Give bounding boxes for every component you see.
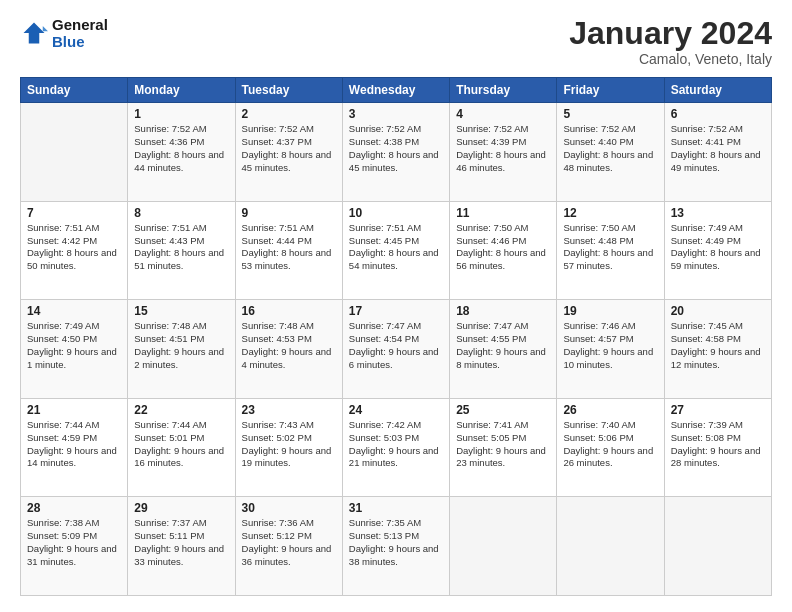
calendar-cell: [450, 497, 557, 596]
day-detail: Sunrise: 7:37 AMSunset: 5:11 PMDaylight:…: [134, 517, 224, 566]
day-number: 20: [671, 304, 765, 318]
day-detail: Sunrise: 7:44 AMSunset: 4:59 PMDaylight:…: [27, 419, 117, 468]
day-number: 21: [27, 403, 121, 417]
weekday-sunday: Sunday: [21, 78, 128, 103]
weekday-tuesday: Tuesday: [235, 78, 342, 103]
weekday-monday: Monday: [128, 78, 235, 103]
weekday-saturday: Saturday: [664, 78, 771, 103]
day-number: 9: [242, 206, 336, 220]
day-detail: Sunrise: 7:52 AMSunset: 4:40 PMDaylight:…: [563, 123, 653, 172]
calendar-cell: 25 Sunrise: 7:41 AMSunset: 5:05 PMDaylig…: [450, 398, 557, 497]
logo-general: General: [52, 16, 108, 33]
weekday-header-row: SundayMondayTuesdayWednesdayThursdayFrid…: [21, 78, 772, 103]
day-number: 5: [563, 107, 657, 121]
day-detail: Sunrise: 7:40 AMSunset: 5:06 PMDaylight:…: [563, 419, 653, 468]
week-row-1: 1 Sunrise: 7:52 AMSunset: 4:36 PMDayligh…: [21, 103, 772, 202]
logo: General Blue: [20, 16, 108, 51]
calendar-cell: 19 Sunrise: 7:46 AMSunset: 4:57 PMDaylig…: [557, 300, 664, 399]
svg-marker-0: [24, 23, 45, 44]
day-number: 10: [349, 206, 443, 220]
calendar-cell: 23 Sunrise: 7:43 AMSunset: 5:02 PMDaylig…: [235, 398, 342, 497]
day-detail: Sunrise: 7:48 AMSunset: 4:53 PMDaylight:…: [242, 320, 332, 369]
day-detail: Sunrise: 7:52 AMSunset: 4:41 PMDaylight:…: [671, 123, 761, 172]
day-number: 24: [349, 403, 443, 417]
day-number: 19: [563, 304, 657, 318]
main-title: January 2024: [569, 16, 772, 51]
day-detail: Sunrise: 7:52 AMSunset: 4:38 PMDaylight:…: [349, 123, 439, 172]
calendar-cell: 12 Sunrise: 7:50 AMSunset: 4:48 PMDaylig…: [557, 201, 664, 300]
day-detail: Sunrise: 7:38 AMSunset: 5:09 PMDaylight:…: [27, 517, 117, 566]
calendar-cell: 21 Sunrise: 7:44 AMSunset: 4:59 PMDaylig…: [21, 398, 128, 497]
day-number: 13: [671, 206, 765, 220]
day-detail: Sunrise: 7:52 AMSunset: 4:39 PMDaylight:…: [456, 123, 546, 172]
day-detail: Sunrise: 7:41 AMSunset: 5:05 PMDaylight:…: [456, 419, 546, 468]
day-detail: Sunrise: 7:51 AMSunset: 4:42 PMDaylight:…: [27, 222, 117, 271]
day-detail: Sunrise: 7:49 AMSunset: 4:50 PMDaylight:…: [27, 320, 117, 369]
day-detail: Sunrise: 7:35 AMSunset: 5:13 PMDaylight:…: [349, 517, 439, 566]
day-number: 26: [563, 403, 657, 417]
day-number: 1: [134, 107, 228, 121]
calendar-cell: 2 Sunrise: 7:52 AMSunset: 4:37 PMDayligh…: [235, 103, 342, 202]
calendar-cell: 10 Sunrise: 7:51 AMSunset: 4:45 PMDaylig…: [342, 201, 449, 300]
calendar-cell: 28 Sunrise: 7:38 AMSunset: 5:09 PMDaylig…: [21, 497, 128, 596]
weekday-thursday: Thursday: [450, 78, 557, 103]
weekday-friday: Friday: [557, 78, 664, 103]
day-number: 3: [349, 107, 443, 121]
day-number: 29: [134, 501, 228, 515]
day-number: 7: [27, 206, 121, 220]
day-detail: Sunrise: 7:51 AMSunset: 4:45 PMDaylight:…: [349, 222, 439, 271]
calendar-cell: 24 Sunrise: 7:42 AMSunset: 5:03 PMDaylig…: [342, 398, 449, 497]
calendar-cell: 6 Sunrise: 7:52 AMSunset: 4:41 PMDayligh…: [664, 103, 771, 202]
day-detail: Sunrise: 7:50 AMSunset: 4:46 PMDaylight:…: [456, 222, 546, 271]
day-number: 11: [456, 206, 550, 220]
header: General Blue January 2024 Camalo, Veneto…: [20, 16, 772, 67]
page: General Blue January 2024 Camalo, Veneto…: [0, 0, 792, 612]
day-number: 14: [27, 304, 121, 318]
day-detail: Sunrise: 7:39 AMSunset: 5:08 PMDaylight:…: [671, 419, 761, 468]
day-number: 23: [242, 403, 336, 417]
calendar-cell: 5 Sunrise: 7:52 AMSunset: 4:40 PMDayligh…: [557, 103, 664, 202]
calendar-cell: 15 Sunrise: 7:48 AMSunset: 4:51 PMDaylig…: [128, 300, 235, 399]
calendar-cell: 14 Sunrise: 7:49 AMSunset: 4:50 PMDaylig…: [21, 300, 128, 399]
calendar-cell: [664, 497, 771, 596]
day-number: 4: [456, 107, 550, 121]
day-detail: Sunrise: 7:47 AMSunset: 4:55 PMDaylight:…: [456, 320, 546, 369]
calendar-table: SundayMondayTuesdayWednesdayThursdayFrid…: [20, 77, 772, 596]
day-detail: Sunrise: 7:36 AMSunset: 5:12 PMDaylight:…: [242, 517, 332, 566]
week-row-5: 28 Sunrise: 7:38 AMSunset: 5:09 PMDaylig…: [21, 497, 772, 596]
calendar-cell: 22 Sunrise: 7:44 AMSunset: 5:01 PMDaylig…: [128, 398, 235, 497]
day-detail: Sunrise: 7:52 AMSunset: 4:37 PMDaylight:…: [242, 123, 332, 172]
day-detail: Sunrise: 7:50 AMSunset: 4:48 PMDaylight:…: [563, 222, 653, 271]
calendar-cell: [557, 497, 664, 596]
calendar-cell: 13 Sunrise: 7:49 AMSunset: 4:49 PMDaylig…: [664, 201, 771, 300]
calendar-cell: 17 Sunrise: 7:47 AMSunset: 4:54 PMDaylig…: [342, 300, 449, 399]
calendar-cell: 30 Sunrise: 7:36 AMSunset: 5:12 PMDaylig…: [235, 497, 342, 596]
day-detail: Sunrise: 7:42 AMSunset: 5:03 PMDaylight:…: [349, 419, 439, 468]
day-number: 2: [242, 107, 336, 121]
calendar-cell: 16 Sunrise: 7:48 AMSunset: 4:53 PMDaylig…: [235, 300, 342, 399]
day-detail: Sunrise: 7:49 AMSunset: 4:49 PMDaylight:…: [671, 222, 761, 271]
day-detail: Sunrise: 7:43 AMSunset: 5:02 PMDaylight:…: [242, 419, 332, 468]
calendar-cell: [21, 103, 128, 202]
day-detail: Sunrise: 7:45 AMSunset: 4:58 PMDaylight:…: [671, 320, 761, 369]
day-number: 18: [456, 304, 550, 318]
title-block: January 2024 Camalo, Veneto, Italy: [569, 16, 772, 67]
day-number: 25: [456, 403, 550, 417]
weekday-wednesday: Wednesday: [342, 78, 449, 103]
calendar-cell: 29 Sunrise: 7:37 AMSunset: 5:11 PMDaylig…: [128, 497, 235, 596]
calendar-cell: 11 Sunrise: 7:50 AMSunset: 4:46 PMDaylig…: [450, 201, 557, 300]
calendar-cell: 9 Sunrise: 7:51 AMSunset: 4:44 PMDayligh…: [235, 201, 342, 300]
day-detail: Sunrise: 7:51 AMSunset: 4:44 PMDaylight:…: [242, 222, 332, 271]
day-number: 16: [242, 304, 336, 318]
logo-blue: Blue: [52, 33, 85, 50]
day-number: 6: [671, 107, 765, 121]
day-number: 31: [349, 501, 443, 515]
calendar-cell: 20 Sunrise: 7:45 AMSunset: 4:58 PMDaylig…: [664, 300, 771, 399]
calendar-cell: 4 Sunrise: 7:52 AMSunset: 4:39 PMDayligh…: [450, 103, 557, 202]
week-row-2: 7 Sunrise: 7:51 AMSunset: 4:42 PMDayligh…: [21, 201, 772, 300]
day-detail: Sunrise: 7:46 AMSunset: 4:57 PMDaylight:…: [563, 320, 653, 369]
calendar-cell: 3 Sunrise: 7:52 AMSunset: 4:38 PMDayligh…: [342, 103, 449, 202]
calendar-cell: 27 Sunrise: 7:39 AMSunset: 5:08 PMDaylig…: [664, 398, 771, 497]
day-number: 15: [134, 304, 228, 318]
day-number: 12: [563, 206, 657, 220]
